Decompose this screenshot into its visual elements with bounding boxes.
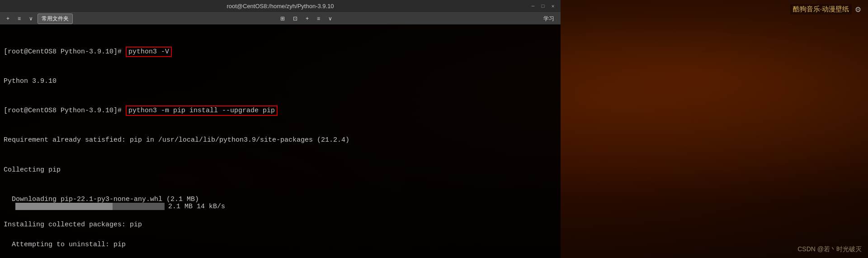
menu-copy[interactable]: ⊡ (289, 14, 301, 23)
menu-bar: + ≡ ∨ 常用文件夹 ⊞ ⊡ + ≡ ∨ 学习 (0, 13, 561, 24)
line-2: Python 3.9.10 (4, 76, 557, 86)
settings-icon[interactable]: ⚙ (855, 4, 861, 15)
terminal-window: root@CentOS8:/home/zyh/Python-3.9.10 ─ □… (0, 0, 561, 258)
menu-add2[interactable]: + (302, 14, 312, 23)
top-right-area: 酷狗音乐·动漫壁纸 ⚙ (790, 4, 861, 15)
download-speed: 2.1 MB 14 kB/s (168, 203, 225, 210)
line-7: Installing collected packages: pip (4, 220, 557, 230)
close-button[interactable]: ✕ (549, 2, 557, 10)
download-progress-line: 2.1 MB 14 kB/s (15, 203, 557, 210)
line-5: Collecting pip (4, 165, 557, 175)
maximize-button[interactable]: □ (539, 2, 547, 10)
menu-dropdown2[interactable]: ∨ (325, 14, 336, 23)
watermark-text: CSDN @若丶时光破灭 (797, 245, 862, 253)
line-3: [root@CentOS8 Python-3.9.10]# python3 -m… (4, 106, 557, 116)
menu-favorites[interactable]: 常用文件夹 (38, 14, 73, 24)
prompt-2: [root@CentOS8 Python-3.9.10]# (4, 107, 126, 115)
menu-study[interactable]: 学习 (540, 14, 558, 24)
cmd-python-version: python3 -V (126, 47, 172, 57)
menu-options[interactable]: ≡ (14, 14, 24, 23)
window-title: root@CentOS8:/home/zyh/Python-3.9.10 (4, 3, 557, 10)
menu-options2[interactable]: ≡ (313, 14, 324, 23)
terminal-content[interactable]: [root@CentOS8 Python-3.9.10]# python3 -V… (0, 24, 561, 258)
progress-bar (15, 203, 165, 210)
watermark-area: CSDN @若丶时光破灭 (797, 245, 862, 253)
progress-bar-fill (15, 203, 113, 210)
menu-dropdown[interactable]: ∨ (25, 14, 37, 23)
cmd-pip-upgrade: python3 -m pip install --upgrade pip (126, 105, 278, 116)
terminal-output: [root@CentOS8 Python-3.9.10]# python3 -V… (4, 27, 557, 205)
terminal-output-2: Installing collected packages: pip Attem… (4, 210, 557, 258)
line-8: Attempting to uninstall: pip (4, 240, 557, 250)
title-bar: root@CentOS8:/home/zyh/Python-3.9.10 ─ □… (0, 0, 561, 13)
menu-grid[interactable]: ⊞ (277, 14, 288, 23)
line-4: Requirement already satisfied: pip in /u… (4, 135, 557, 145)
kugou-logo[interactable]: 酷狗音乐·动漫壁纸 (790, 4, 852, 14)
window-controls: ─ □ ✕ (529, 2, 557, 10)
minimize-button[interactable]: ─ (529, 2, 537, 10)
line-1: [root@CentOS8 Python-3.9.10]# python3 -V (4, 47, 557, 57)
menu-add[interactable]: + (3, 14, 13, 23)
prompt-1: [root@CentOS8 Python-3.9.10]# (4, 48, 126, 56)
